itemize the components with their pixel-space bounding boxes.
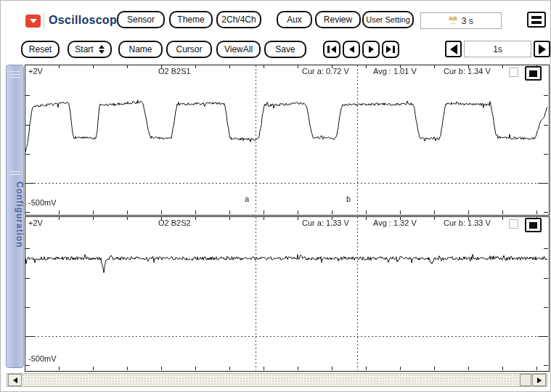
- range-top-label: +2V: [28, 219, 43, 227]
- cursor-a-label[interactable]: a: [245, 195, 249, 203]
- channel-color-button[interactable]: [525, 66, 542, 81]
- skip-to-end-button[interactable]: [382, 41, 399, 58]
- cursor-b-readout: Cur b: 1.33 V: [444, 219, 491, 227]
- menu-icon: [531, 16, 542, 19]
- step-back-button[interactable]: [343, 41, 360, 58]
- step-forward-icon: [369, 46, 374, 53]
- channel-checkbox[interactable]: [509, 68, 518, 77]
- ab-time-value: 3 s: [462, 16, 473, 26]
- range-bottom-label: -500mV: [28, 354, 57, 363]
- grip-icon: [9, 171, 20, 175]
- ab-time-display[interactable]: AB ↔ 3 s: [420, 12, 502, 29]
- app-logo-icon[interactable]: [25, 15, 41, 28]
- cursor-b-readout: Cur b: 1.34 V: [444, 67, 491, 75]
- range-bottom-label: -500mV: [28, 198, 57, 207]
- cursor-button[interactable]: Cursor: [166, 41, 212, 58]
- scrollbar-thumb[interactable]: [520, 374, 531, 386]
- scroll-right-button[interactable]: [532, 374, 546, 386]
- oscilloscope-window: Oscilloscope Sensor Theme 2Ch/4Ch Aux Re…: [0, 0, 551, 392]
- step-back-icon: [349, 46, 354, 53]
- right-arrow-icon: [537, 377, 542, 383]
- solid-square-icon: [529, 70, 537, 77]
- configuration-tab[interactable]: Configuration: [6, 65, 24, 368]
- grip-icon: [9, 71, 20, 78]
- timebase-field[interactable]: 1s: [464, 41, 531, 57]
- spinner-updown-icon: [99, 45, 105, 54]
- timebase-decrease-button[interactable]: [445, 41, 462, 57]
- horizontal-scrollbar[interactable]: [7, 373, 547, 387]
- waveform-canvas-ch2[interactable]: [25, 217, 548, 370]
- cursor-b-label[interactable]: b: [346, 195, 351, 203]
- skip-to-start-button[interactable]: [323, 41, 340, 58]
- review-button[interactable]: Review: [315, 11, 361, 28]
- menu-button[interactable]: [527, 12, 546, 28]
- channel-color-button[interactable]: [525, 218, 542, 232]
- left-arrow-icon: [13, 377, 17, 383]
- scope-panel-ch1: +2V O2 B2S1 Cur a: 0.72 V Avg : 1.01 V C…: [25, 65, 550, 216]
- aux-button[interactable]: Aux: [277, 11, 312, 28]
- channel-mode-button[interactable]: 2Ch/4Ch: [216, 11, 261, 28]
- channel-title: O2 B2S1: [158, 67, 191, 75]
- save-button[interactable]: Save: [264, 41, 306, 58]
- avg-readout: Avg : 1.32 V: [373, 219, 417, 227]
- divider: [44, 12, 44, 29]
- name-button[interactable]: Name: [118, 41, 163, 58]
- timebase-increase-button[interactable]: [534, 41, 550, 57]
- right-arrow-icon: [539, 44, 546, 54]
- start-button[interactable]: Start: [68, 41, 112, 58]
- scope-panel-ch2: +2V O2 B2S2 Cur a: 1.33 V Avg : 1.32 V C…: [25, 216, 550, 372]
- theme-button[interactable]: Theme: [169, 11, 213, 28]
- chevron-down-icon: [30, 19, 37, 23]
- range-top-label: +2V: [28, 67, 43, 75]
- left-arrow-icon: [450, 44, 457, 54]
- step-forward-button[interactable]: [362, 41, 380, 58]
- page-title: Oscilloscope: [49, 14, 123, 27]
- waveform-canvas-ch1[interactable]: [25, 65, 548, 214]
- viewall-button[interactable]: ViewAll: [216, 41, 261, 58]
- channel-title: O2 B2S2: [158, 219, 191, 227]
- ab-cursor-icon: AB ↔: [449, 17, 457, 25]
- cursor-a-readout: Cur a: 0.72 V: [302, 67, 349, 75]
- scroll-left-button[interactable]: [8, 374, 22, 386]
- skip-to-end-icon: [386, 46, 391, 53]
- configuration-tab-label: Configuration: [7, 181, 25, 248]
- cursor-a-readout: Cur a: 1.33 V: [302, 219, 349, 227]
- user-setting-button[interactable]: User Setting: [362, 11, 414, 28]
- solid-square-icon: [529, 222, 537, 229]
- reset-button[interactable]: Reset: [21, 41, 60, 58]
- skip-to-start-icon: [327, 46, 330, 53]
- channel-checkbox[interactable]: [509, 219, 518, 229]
- avg-readout: Avg : 1.01 V: [373, 67, 417, 75]
- sensor-button[interactable]: Sensor: [117, 11, 165, 28]
